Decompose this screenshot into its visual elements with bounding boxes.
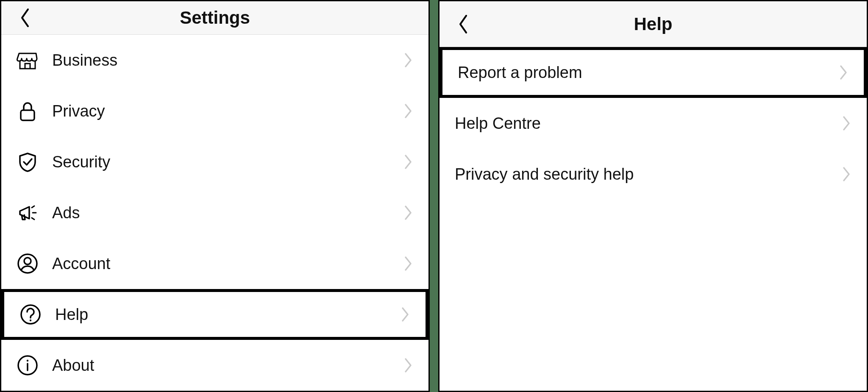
question-circle-icon xyxy=(19,303,42,325)
chevron-right-icon xyxy=(842,115,851,131)
settings-item-business[interactable]: Business xyxy=(1,35,428,86)
settings-item-ads[interactable]: Ads xyxy=(1,187,428,238)
info-circle-icon xyxy=(17,354,39,376)
chevron-right-icon xyxy=(404,357,413,373)
settings-item-about[interactable]: About xyxy=(1,340,428,391)
storefront-icon xyxy=(17,49,39,71)
shield-check-icon xyxy=(17,151,39,173)
help-header: Help xyxy=(440,1,867,47)
settings-panel: Settings BusinessPrivacySecurityAdsAccou… xyxy=(0,0,430,392)
back-icon xyxy=(457,14,469,34)
help-item-centre[interactable]: Help Centre xyxy=(440,98,867,149)
chevron-right-icon xyxy=(401,306,410,322)
help-item-label: Help Centre xyxy=(455,114,842,133)
help-item-label: Privacy and security help xyxy=(455,165,842,183)
settings-item-label: Privacy xyxy=(52,102,404,120)
lock-icon xyxy=(17,100,39,122)
chevron-right-icon xyxy=(839,64,849,81)
chevron-right-icon xyxy=(404,205,413,221)
settings-item-label: About xyxy=(52,356,404,375)
back-icon xyxy=(19,8,31,28)
chevron-right-icon xyxy=(842,166,851,182)
settings-item-help[interactable]: Help xyxy=(1,289,428,340)
settings-item-security[interactable]: Security xyxy=(1,136,428,187)
settings-item-account[interactable]: Account xyxy=(1,238,428,289)
chevron-right-icon xyxy=(404,256,413,272)
help-item-privsec[interactable]: Privacy and security help xyxy=(440,149,867,200)
settings-item-label: Ads xyxy=(52,204,404,222)
settings-item-label: Help xyxy=(55,306,401,324)
megaphone-icon xyxy=(17,202,39,224)
user-circle-icon xyxy=(17,253,39,275)
settings-header: Settings xyxy=(1,1,428,35)
page-title: Help xyxy=(440,14,867,34)
back-button[interactable] xyxy=(12,5,38,31)
settings-list: BusinessPrivacySecurityAdsAccountHelpAbo… xyxy=(1,35,428,391)
settings-item-label: Security xyxy=(52,153,404,171)
settings-item-label: Business xyxy=(52,51,404,70)
help-panel: Help Report a problemHelp CentrePrivacy … xyxy=(438,0,868,392)
help-item-report[interactable]: Report a problem xyxy=(440,47,867,98)
settings-item-privacy[interactable]: Privacy xyxy=(1,86,428,136)
help-list: Report a problemHelp CentrePrivacy and s… xyxy=(440,47,867,391)
help-item-label: Report a problem xyxy=(458,64,839,82)
chevron-right-icon xyxy=(404,154,413,170)
back-button[interactable] xyxy=(451,11,476,37)
chevron-right-icon xyxy=(404,52,413,68)
chevron-right-icon xyxy=(404,103,413,119)
page-title: Settings xyxy=(1,8,428,28)
settings-item-label: Account xyxy=(52,255,404,273)
